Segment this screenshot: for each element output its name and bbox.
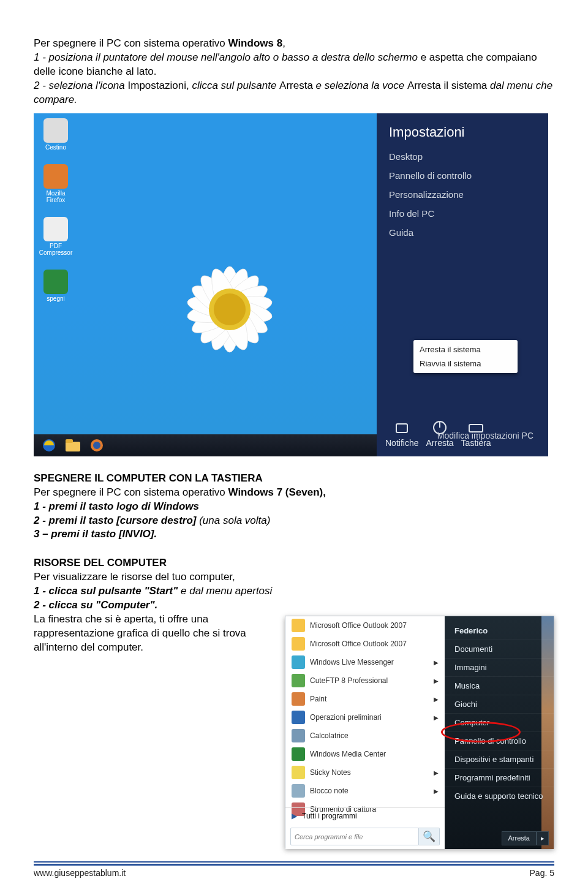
desktop-icons: Cestino Mozilla Firefox PDF Compressor s… [39, 118, 73, 315]
footer-site: www.giuseppestablum.it [34, 868, 126, 878]
search-icon[interactable]: 🔍 [419, 828, 440, 845]
intro-paragraph-1: Per spegnere il PC con sistema operativo… [34, 37, 554, 107]
app-icon [292, 637, 305, 651]
section-keyboard: SPEGNERE IL COMPUTER CON LA TASTIERA Per… [34, 472, 554, 542]
all-programs[interactable]: ▶ Tutti i programmi [285, 807, 445, 824]
submenu-arrow-icon: ▶ [434, 769, 439, 776]
ie-icon [42, 439, 56, 452]
start-left-item[interactable]: Sticky Notes▶ [285, 763, 445, 782]
start-right-item[interactable]: Immagini [445, 658, 554, 676]
start-right-column: Federico DocumentiImmaginiMusicaGiochiCo… [445, 616, 554, 849]
start-left-item[interactable]: CuteFTP 8 Professional▶ [285, 671, 445, 690]
svg-rect-22 [66, 439, 73, 443]
firefox-icon [90, 439, 104, 452]
app-icon [292, 747, 305, 761]
start-right-item[interactable]: Giochi [445, 695, 554, 713]
notifications-button[interactable]: Notifiche [385, 419, 418, 448]
settings-item[interactable]: Info del PC [389, 208, 548, 219]
red-circle-annotation [441, 722, 521, 742]
user-name[interactable]: Federico [445, 616, 554, 640]
settings-item[interactable]: Pannello di controllo [389, 170, 548, 181]
start-item-label: Microsoft Office Outlook 2007 [310, 621, 407, 630]
start-left-item[interactable]: Microsoft Office Outlook 2007 [285, 616, 445, 635]
popup-item-shutdown[interactable]: Arresta il sistema [413, 342, 518, 357]
start-right-item[interactable]: Documenti [445, 640, 554, 658]
submenu-arrow-icon: ▶ [434, 696, 439, 703]
app-icon [292, 655, 305, 669]
start-item-label: Microsoft Office Outlook 2007 [310, 640, 407, 648]
start-item-label: CuteFTP 8 Professional [310, 676, 388, 685]
page-footer: www.giuseppestablum.it Pag. 5 [34, 864, 554, 878]
start-left-item[interactable]: Blocco note▶ [285, 782, 445, 800]
start-right-item[interactable]: Musica [445, 676, 554, 695]
app-icon [292, 729, 305, 742]
start-item-label: Windows Live Messenger [310, 658, 394, 667]
figure-win8-settings: Cestino Mozilla Firefox PDF Compressor s… [34, 113, 548, 456]
app-icon [292, 711, 305, 724]
app-icon [292, 784, 305, 798]
svg-rect-25 [396, 424, 407, 432]
start-item-label: Paint [310, 695, 326, 703]
app-icon [292, 674, 305, 687]
settings-item[interactable]: Desktop [389, 151, 548, 162]
start-item-label: Blocco note [310, 787, 349, 795]
daisy-image [150, 230, 309, 389]
footer-page: Pag. 5 [530, 868, 554, 878]
win8-desktop: Cestino Mozilla Firefox PDF Compressor s… [34, 113, 377, 456]
start-item-label: Operazioni preliminari [310, 713, 382, 722]
start-left-column: Microsoft Office Outlook 2007Microsoft O… [285, 616, 445, 849]
submenu-arrow-icon: ▶ [434, 788, 439, 795]
shutdown-button[interactable]: Arresta▸ [502, 831, 549, 845]
start-right-item[interactable]: Programmi predefiniti [445, 768, 554, 787]
start-right-item[interactable]: Guida e supporto tecnico [445, 787, 554, 805]
start-left-item[interactable]: Calcolatrice [285, 727, 445, 745]
popup-item-restart[interactable]: Riavvia il sistema [413, 357, 518, 371]
app-icon [292, 619, 305, 632]
figure-start-menu: Microsoft Office Outlook 2007Microsoft O… [285, 616, 554, 848]
settings-item[interactable]: Personalizzazione [389, 189, 548, 200]
section-resources: RISORSE DEL COMPUTER Per visualizzare le… [34, 556, 291, 655]
submenu-arrow-icon: ▶ [434, 678, 439, 684]
triangle-icon: ▶ [292, 812, 297, 820]
settings-title: Impostazioni [389, 124, 548, 140]
search-input[interactable] [290, 828, 419, 845]
start-left-item[interactable]: Operazioni preliminari▶ [285, 708, 445, 727]
start-left-item[interactable]: Windows Live Messenger▶ [285, 653, 445, 671]
start-left-item[interactable]: Windows Media Center [285, 745, 445, 763]
power-popup: Arresta il sistema Riavvia il sistema [413, 340, 518, 373]
start-left-item[interactable]: Paint▶ [285, 690, 445, 708]
start-right-item[interactable]: Dispositivi e stampanti [445, 750, 554, 768]
submenu-arrow-icon: ▶ [434, 659, 439, 666]
submenu-arrow-icon: ▶ [434, 714, 439, 721]
svg-point-19 [214, 293, 246, 325]
start-item-label: Calcolatrice [310, 731, 349, 740]
settings-item[interactable]: Guida [389, 227, 548, 238]
start-left-item[interactable]: Microsoft Office Outlook 2007 [285, 635, 445, 653]
folder-icon [66, 439, 80, 451]
settings-charm-panel: Impostazioni Desktop Pannello di control… [377, 113, 548, 456]
app-icon [292, 692, 305, 706]
change-pc-settings-link[interactable]: Modifica impostazioni PC [437, 431, 533, 440]
svg-rect-21 [66, 442, 80, 451]
svg-point-24 [93, 442, 100, 449]
app-icon [292, 766, 305, 779]
start-item-label: Sticky Notes [310, 768, 351, 777]
win8-taskbar [34, 434, 377, 456]
start-item-label: Windows Media Center [310, 750, 386, 758]
